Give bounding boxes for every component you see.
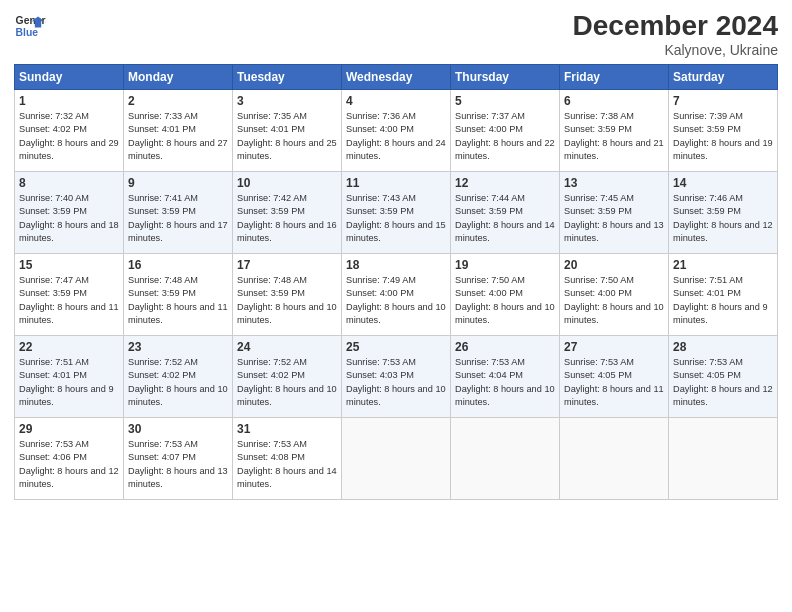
table-row: [560, 418, 669, 500]
day-number: 16: [128, 258, 228, 272]
day-info: Sunrise: 7:41 AM Sunset: 3:59 PM Dayligh…: [128, 192, 228, 245]
subtitle: Kalynove, Ukraine: [573, 42, 778, 58]
day-number: 28: [673, 340, 773, 354]
page: General Blue December 2024 Kalynove, Ukr…: [0, 0, 792, 612]
table-row: 27 Sunrise: 7:53 AM Sunset: 4:05 PM Dayl…: [560, 336, 669, 418]
table-row: 7 Sunrise: 7:39 AM Sunset: 3:59 PM Dayli…: [669, 90, 778, 172]
table-row: 20 Sunrise: 7:50 AM Sunset: 4:00 PM Dayl…: [560, 254, 669, 336]
day-number: 18: [346, 258, 446, 272]
day-info: Sunrise: 7:53 AM Sunset: 4:03 PM Dayligh…: [346, 356, 446, 409]
table-row: 24 Sunrise: 7:52 AM Sunset: 4:02 PM Dayl…: [233, 336, 342, 418]
table-row: 1 Sunrise: 7:32 AM Sunset: 4:02 PM Dayli…: [15, 90, 124, 172]
table-row: 13 Sunrise: 7:45 AM Sunset: 3:59 PM Dayl…: [560, 172, 669, 254]
day-number: 23: [128, 340, 228, 354]
day-number: 9: [128, 176, 228, 190]
table-row: 19 Sunrise: 7:50 AM Sunset: 4:00 PM Dayl…: [451, 254, 560, 336]
day-number: 27: [564, 340, 664, 354]
day-info: Sunrise: 7:52 AM Sunset: 4:02 PM Dayligh…: [128, 356, 228, 409]
logo: General Blue: [14, 10, 50, 42]
table-row: 30 Sunrise: 7:53 AM Sunset: 4:07 PM Dayl…: [124, 418, 233, 500]
day-info: Sunrise: 7:47 AM Sunset: 3:59 PM Dayligh…: [19, 274, 119, 327]
day-info: Sunrise: 7:50 AM Sunset: 4:00 PM Dayligh…: [564, 274, 664, 327]
table-row: 31 Sunrise: 7:53 AM Sunset: 4:08 PM Dayl…: [233, 418, 342, 500]
day-number: 5: [455, 94, 555, 108]
month-title: December 2024: [573, 10, 778, 42]
table-row: [451, 418, 560, 500]
table-row: 29 Sunrise: 7:53 AM Sunset: 4:06 PM Dayl…: [15, 418, 124, 500]
day-number: 7: [673, 94, 773, 108]
day-info: Sunrise: 7:53 AM Sunset: 4:08 PM Dayligh…: [237, 438, 337, 491]
table-row: 21 Sunrise: 7:51 AM Sunset: 4:01 PM Dayl…: [669, 254, 778, 336]
day-info: Sunrise: 7:50 AM Sunset: 4:00 PM Dayligh…: [455, 274, 555, 327]
day-info: Sunrise: 7:53 AM Sunset: 4:07 PM Dayligh…: [128, 438, 228, 491]
day-info: Sunrise: 7:45 AM Sunset: 3:59 PM Dayligh…: [564, 192, 664, 245]
day-info: Sunrise: 7:53 AM Sunset: 4:05 PM Dayligh…: [673, 356, 773, 409]
day-number: 25: [346, 340, 446, 354]
day-number: 29: [19, 422, 119, 436]
day-info: Sunrise: 7:40 AM Sunset: 3:59 PM Dayligh…: [19, 192, 119, 245]
day-number: 8: [19, 176, 119, 190]
table-row: 10 Sunrise: 7:42 AM Sunset: 3:59 PM Dayl…: [233, 172, 342, 254]
col-wednesday: Wednesday: [342, 65, 451, 90]
day-info: Sunrise: 7:42 AM Sunset: 3:59 PM Dayligh…: [237, 192, 337, 245]
day-info: Sunrise: 7:37 AM Sunset: 4:00 PM Dayligh…: [455, 110, 555, 163]
svg-text:Blue: Blue: [16, 27, 39, 38]
day-number: 31: [237, 422, 337, 436]
day-number: 19: [455, 258, 555, 272]
day-number: 10: [237, 176, 337, 190]
col-friday: Friday: [560, 65, 669, 90]
table-row: 11 Sunrise: 7:43 AM Sunset: 3:59 PM Dayl…: [342, 172, 451, 254]
day-info: Sunrise: 7:53 AM Sunset: 4:04 PM Dayligh…: [455, 356, 555, 409]
day-number: 3: [237, 94, 337, 108]
day-number: 4: [346, 94, 446, 108]
table-row: [669, 418, 778, 500]
day-info: Sunrise: 7:33 AM Sunset: 4:01 PM Dayligh…: [128, 110, 228, 163]
table-row: 17 Sunrise: 7:48 AM Sunset: 3:59 PM Dayl…: [233, 254, 342, 336]
col-sunday: Sunday: [15, 65, 124, 90]
table-row: 23 Sunrise: 7:52 AM Sunset: 4:02 PM Dayl…: [124, 336, 233, 418]
day-info: Sunrise: 7:52 AM Sunset: 4:02 PM Dayligh…: [237, 356, 337, 409]
col-thursday: Thursday: [451, 65, 560, 90]
calendar-row: 15 Sunrise: 7:47 AM Sunset: 3:59 PM Dayl…: [15, 254, 778, 336]
day-info: Sunrise: 7:49 AM Sunset: 4:00 PM Dayligh…: [346, 274, 446, 327]
day-info: Sunrise: 7:46 AM Sunset: 3:59 PM Dayligh…: [673, 192, 773, 245]
day-number: 15: [19, 258, 119, 272]
table-row: 8 Sunrise: 7:40 AM Sunset: 3:59 PM Dayli…: [15, 172, 124, 254]
day-number: 6: [564, 94, 664, 108]
day-number: 22: [19, 340, 119, 354]
day-info: Sunrise: 7:32 AM Sunset: 4:02 PM Dayligh…: [19, 110, 119, 163]
table-row: 25 Sunrise: 7:53 AM Sunset: 4:03 PM Dayl…: [342, 336, 451, 418]
day-info: Sunrise: 7:44 AM Sunset: 3:59 PM Dayligh…: [455, 192, 555, 245]
day-number: 1: [19, 94, 119, 108]
day-number: 20: [564, 258, 664, 272]
day-info: Sunrise: 7:36 AM Sunset: 4:00 PM Dayligh…: [346, 110, 446, 163]
day-number: 30: [128, 422, 228, 436]
calendar-row: 8 Sunrise: 7:40 AM Sunset: 3:59 PM Dayli…: [15, 172, 778, 254]
calendar-row: 29 Sunrise: 7:53 AM Sunset: 4:06 PM Dayl…: [15, 418, 778, 500]
col-monday: Monday: [124, 65, 233, 90]
day-number: 13: [564, 176, 664, 190]
day-info: Sunrise: 7:48 AM Sunset: 3:59 PM Dayligh…: [237, 274, 337, 327]
day-number: 24: [237, 340, 337, 354]
day-number: 12: [455, 176, 555, 190]
day-number: 2: [128, 94, 228, 108]
table-row: 16 Sunrise: 7:48 AM Sunset: 3:59 PM Dayl…: [124, 254, 233, 336]
table-row: 22 Sunrise: 7:51 AM Sunset: 4:01 PM Dayl…: [15, 336, 124, 418]
day-number: 11: [346, 176, 446, 190]
table-row: 14 Sunrise: 7:46 AM Sunset: 3:59 PM Dayl…: [669, 172, 778, 254]
table-row: [342, 418, 451, 500]
table-row: 3 Sunrise: 7:35 AM Sunset: 4:01 PM Dayli…: [233, 90, 342, 172]
day-number: 17: [237, 258, 337, 272]
day-info: Sunrise: 7:51 AM Sunset: 4:01 PM Dayligh…: [673, 274, 773, 327]
header: General Blue December 2024 Kalynove, Ukr…: [14, 10, 778, 58]
table-row: 15 Sunrise: 7:47 AM Sunset: 3:59 PM Dayl…: [15, 254, 124, 336]
table-row: 6 Sunrise: 7:38 AM Sunset: 3:59 PM Dayli…: [560, 90, 669, 172]
day-number: 14: [673, 176, 773, 190]
calendar-row: 1 Sunrise: 7:32 AM Sunset: 4:02 PM Dayli…: [15, 90, 778, 172]
table-row: 4 Sunrise: 7:36 AM Sunset: 4:00 PM Dayli…: [342, 90, 451, 172]
day-info: Sunrise: 7:39 AM Sunset: 3:59 PM Dayligh…: [673, 110, 773, 163]
table-row: 26 Sunrise: 7:53 AM Sunset: 4:04 PM Dayl…: [451, 336, 560, 418]
logo-icon: General Blue: [14, 10, 46, 42]
col-tuesday: Tuesday: [233, 65, 342, 90]
table-row: 12 Sunrise: 7:44 AM Sunset: 3:59 PM Dayl…: [451, 172, 560, 254]
